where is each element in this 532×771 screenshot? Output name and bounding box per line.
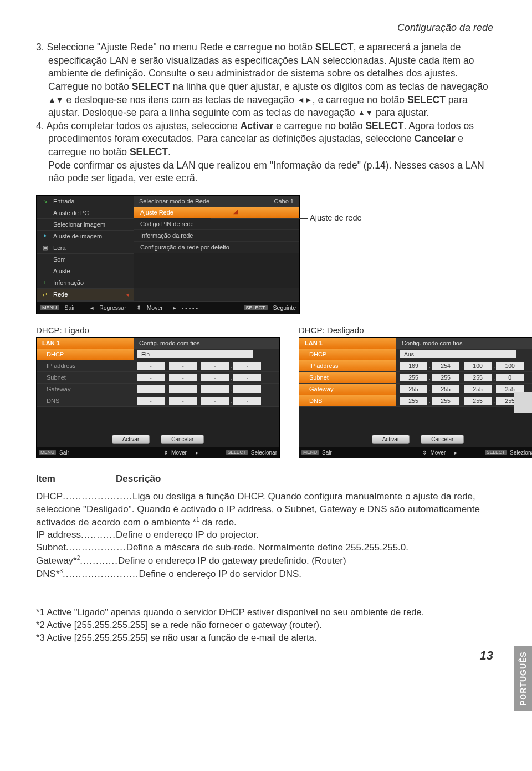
menu-icon: ⇄ — [41, 291, 49, 298]
menu-left-item: ⇄Rede◂ — [37, 289, 134, 301]
key-label: MENU — [39, 450, 56, 455]
page-number: 13 — [36, 649, 493, 663]
lan-label: DHCP — [299, 349, 396, 360]
selection-marker-icon: ◢ — [233, 208, 238, 215]
menu-icon: ↘ — [41, 198, 49, 205]
footnotes: *1 Active "Ligado" apenas quando o servi… — [36, 606, 493, 644]
menu-icon — [41, 268, 49, 274]
lan-label: IP address — [37, 360, 134, 372]
lan-label: Gateway — [37, 384, 134, 395]
left-arrow-icon: ◂ — [126, 291, 129, 298]
text: Pode confirmar os ajustes da LAN que rea… — [36, 159, 493, 185]
left-arrow-icon: ◂ — [90, 304, 94, 311]
menu-left-label: Rede — [53, 291, 68, 298]
lan-label: Gateway — [299, 384, 396, 395]
footer-text: Sair — [59, 450, 69, 456]
menu-left-label: Selecionar imagem — [53, 221, 105, 228]
header-rule — [36, 35, 493, 35]
menu-left-label: Entrada — [53, 198, 75, 205]
menu-icon — [41, 221, 49, 228]
menu-icon: i — [41, 279, 49, 286]
updown-icon: ⇕ — [422, 450, 427, 456]
lan-value: - — [169, 385, 197, 393]
text-bold: SELECT — [407, 94, 446, 105]
footer-text: Regressar — [99, 304, 126, 311]
key-label: MENU — [301, 450, 319, 455]
text: 4. Após completar todos os ajustes, sele… — [36, 120, 241, 131]
text: e desloque-se nos itens com as teclas de… — [64, 94, 297, 105]
footnote: *3 Active [255.255.255.255] se não usar … — [36, 631, 493, 644]
lan-caption: DHCP: Ligado — [36, 325, 280, 335]
text: para ajustar. — [373, 107, 429, 118]
footer-text: Selecionar — [251, 450, 277, 456]
right-arrow-icon: ▸ — [196, 450, 198, 456]
activate-button[interactable]: Activar — [372, 435, 410, 444]
text: , e carregue no botão — [313, 94, 407, 105]
cancel-button[interactable]: Cancelar — [161, 435, 204, 444]
text: Carregue no botão — [48, 81, 132, 92]
lan-value: - — [233, 397, 261, 405]
lan-value: Aus — [400, 350, 516, 358]
lan-label: DNS — [37, 395, 134, 407]
def-desc: Define o endereço IP do gateway predefin… — [118, 555, 346, 566]
callout-label: Ajuste de rede — [310, 213, 362, 222]
lan-value: - — [233, 385, 261, 393]
right-arrow-icon: ▸ — [173, 304, 176, 311]
text: e carregue no botão — [273, 120, 365, 131]
col-header: Descrição — [116, 473, 161, 486]
lan-value: 169 — [400, 362, 427, 370]
updown-icon: ⇕ — [136, 304, 141, 311]
footnote: *1 Active "Ligado" apenas quando o servi… — [36, 606, 493, 619]
lan-value: 100 — [464, 362, 492, 370]
lan-label: IP address — [299, 360, 396, 372]
text-bold: SELECT — [130, 146, 168, 157]
footer-text: Sair — [322, 450, 332, 456]
callout-line — [211, 218, 308, 219]
lan-value: - — [137, 385, 165, 393]
footer-text: Mover — [147, 304, 163, 311]
lan-value: Ein — [137, 350, 253, 358]
lan-label: Subnet — [299, 372, 396, 384]
lan-value: 255 — [400, 385, 427, 393]
lan-panel-off: LAN 1 Config. modo com fios DHCPIP addre… — [299, 337, 532, 458]
menu-tab: Selecionar modo de Rede — [134, 196, 269, 207]
footnote: *2 Active [255.255.255.255] se a rede nã… — [36, 619, 493, 631]
lan-label: Subnet — [37, 372, 134, 384]
lan-value: - — [233, 362, 261, 370]
footer-text: - - - - - — [202, 450, 217, 456]
lan-value: 255 — [464, 397, 492, 405]
menu-left-label: Ajuste de PC — [53, 210, 89, 216]
menu-left-item: Ajuste de PC — [37, 207, 134, 219]
menu-left-label: Ajuste — [53, 268, 70, 274]
activate-button[interactable]: Activar — [112, 435, 150, 444]
menu-left-label: Ecrã — [53, 244, 66, 251]
menu-left-item: Som — [37, 254, 134, 265]
menu-right-item: Código PIN de rede — [134, 218, 299, 230]
menu-footer: MENU Sair ◂ Regressar ⇕ Mover ▸ - - - - … — [37, 301, 299, 314]
key-label: SELECT — [485, 450, 507, 455]
def-desc: da rede. — [200, 517, 237, 527]
menu-icon — [41, 256, 49, 263]
lan-head: Config. modo com fios — [134, 338, 279, 349]
footer-text: Sair — [65, 304, 75, 311]
lan-head: LAN 1 — [37, 338, 134, 349]
menu-left-label: Ajuste de imagem — [53, 233, 102, 239]
right-arrow-icon: ▸ — [454, 450, 457, 456]
def-term: Subnet — [36, 542, 66, 553]
lan-value: - — [137, 362, 165, 370]
lan-value: 255 — [464, 374, 492, 381]
lan-head: LAN 1 — [299, 338, 396, 349]
footer-text: Seleziona — [510, 450, 532, 456]
page-header: Configuração da rede — [36, 22, 493, 34]
menu-left-item: iInformação — [37, 277, 134, 289]
cancel-button[interactable]: Cancelar — [421, 435, 464, 444]
leftright-icon: ◄► — [297, 95, 313, 104]
menu-left-item: ▣Ecrã — [37, 242, 134, 254]
menu-right-item: Configuração da rede por defeito — [134, 242, 299, 253]
lan-caption: DHCP: Desligado — [299, 325, 532, 335]
menu-screenshot: ↘EntradaAjuste de PCSelecionar imagem✦Aj… — [36, 195, 493, 314]
text-bold: Activar — [241, 120, 273, 131]
menu-left-item: Selecionar imagem — [37, 219, 134, 231]
text: na linha que quer ajustar, e ajuste os d… — [170, 81, 488, 92]
def-desc: Define o endereço IP do servidor DNS. — [139, 568, 301, 579]
